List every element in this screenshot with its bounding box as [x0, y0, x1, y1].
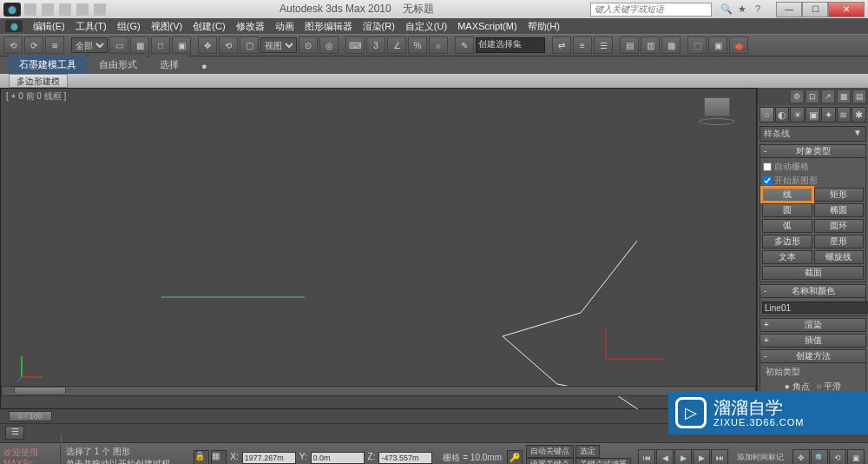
star-icon[interactable]: ★	[738, 3, 750, 16]
select-name-icon[interactable]: ▦	[130, 36, 149, 54]
nav-pan-icon[interactable]: ✥	[792, 449, 810, 465]
mini-curve-icon[interactable]: ☰	[5, 426, 24, 440]
cat-spacewarps-icon[interactable]: ≋	[837, 107, 852, 123]
minimize-button[interactable]: —	[776, 2, 802, 17]
help-search-input[interactable]	[590, 3, 712, 17]
obj-line-button[interactable]: 线	[762, 188, 812, 202]
startnewshape-checkbox[interactable]: 开始新图形	[762, 174, 864, 188]
nav-orbit-icon[interactable]: ⟲	[829, 449, 846, 465]
tab-graphite[interactable]: 石墨建模工具	[9, 56, 87, 74]
qat-new-icon[interactable]	[24, 3, 36, 16]
render-frame-icon[interactable]: ▣	[708, 36, 727, 54]
move-icon[interactable]: ✥	[198, 36, 217, 54]
subtab-polymodel[interactable]: 多边形建模	[9, 74, 68, 88]
tab-selection[interactable]: 选择	[149, 56, 189, 74]
viewport-label[interactable]: [ + 0 前 0 线框 ]	[6, 90, 66, 103]
cmd-pin-icon[interactable]: ⊡	[806, 89, 819, 103]
spinner-snap-icon[interactable]: ⟐	[429, 36, 448, 54]
prev-frame-icon[interactable]: ◀	[656, 449, 674, 465]
cat-lights-icon[interactable]: ☀	[790, 107, 805, 123]
refcoord-dropdown[interactable]: 视图	[260, 37, 297, 53]
schematic-icon[interactable]: ▥	[641, 36, 660, 54]
nav-max-icon[interactable]: ▣	[847, 449, 865, 465]
select-region-icon[interactable]: □	[151, 36, 170, 54]
rollout-objecttype[interactable]: -对象类型	[760, 144, 866, 158]
scale-icon[interactable]: ▢	[240, 36, 259, 54]
menu-help[interactable]: 帮助(H)	[528, 20, 560, 33]
menu-group[interactable]: 组(G)	[117, 20, 141, 33]
object-name-input[interactable]	[762, 302, 868, 314]
menu-create[interactable]: 创建(C)	[193, 20, 225, 33]
goto-start-icon[interactable]: ⏮	[638, 449, 655, 465]
transform-gizmo[interactable]	[604, 328, 674, 362]
menu-tools[interactable]: 工具(T)	[76, 20, 107, 33]
obj-ellipse-button[interactable]: 椭圆	[814, 203, 865, 217]
cmd-gear-icon[interactable]: ⚙	[790, 89, 804, 103]
time-slider-thumb[interactable]: 0 / 100	[9, 411, 52, 421]
pivot-icon[interactable]: ⊙	[299, 36, 318, 54]
qat-save-icon[interactable]	[59, 3, 71, 16]
selection-filter-dropdown[interactable]: 全部	[71, 37, 108, 53]
cat-geometry-icon[interactable]: ○	[760, 107, 774, 123]
qat-open-icon[interactable]	[42, 3, 54, 16]
app-menu-icon[interactable]: ⬤	[5, 20, 23, 32]
obj-helix-button[interactable]: 螺旋线	[814, 250, 865, 264]
close-button[interactable]: ✕	[828, 2, 865, 17]
play-icon[interactable]: ▶	[674, 449, 692, 465]
window-crossing-icon[interactable]: ▣	[172, 36, 191, 54]
help-icon[interactable]: ?	[755, 3, 767, 16]
keyboard-shortcut-icon[interactable]: ⌨	[345, 36, 365, 54]
named-selset-dropdown[interactable]: 创建选择集	[476, 37, 545, 53]
menu-edit[interactable]: 编辑(E)	[33, 20, 65, 33]
menu-maxscript[interactable]: MAXScript(M)	[457, 21, 516, 31]
manip-icon[interactable]: ◎	[319, 36, 339, 54]
obj-donut-button[interactable]: 圆环	[814, 219, 865, 233]
isolate-icon[interactable]: ▦	[211, 450, 227, 465]
obj-circle-button[interactable]: 圆	[762, 203, 812, 217]
obj-text-button[interactable]: 文本	[762, 250, 812, 264]
obj-star-button[interactable]: 星形	[814, 235, 865, 249]
rollout-interpolation[interactable]: +插值	[760, 334, 866, 348]
unlink-icon[interactable]: ⟳	[24, 36, 43, 54]
obj-rectangle-button[interactable]: 矩形	[814, 188, 865, 202]
render-setup-icon[interactable]: ⬚	[687, 36, 707, 54]
viewcube[interactable]	[704, 97, 730, 116]
cat-shapes-icon[interactable]: ◐	[775, 107, 790, 123]
binoculars-icon[interactable]: 🔍	[720, 3, 733, 16]
tab-freeform[interactable]: 自由形式	[89, 56, 148, 74]
cmd-grid-icon[interactable]: ▦	[837, 89, 851, 103]
cat-cameras-icon[interactable]: ▣	[806, 107, 820, 123]
obj-arc-button[interactable]: 弧	[762, 219, 812, 233]
obj-section-button[interactable]: 截面	[762, 266, 864, 280]
rotate-icon[interactable]: ⟲	[219, 36, 238, 54]
tab-extra[interactable]: ●	[191, 58, 218, 74]
autokey-button[interactable]: 自动关键点	[526, 445, 574, 458]
menu-rendering[interactable]: 渲染(R)	[363, 20, 395, 33]
coord-y-input[interactable]	[311, 452, 365, 464]
snap-icon[interactable]: 3	[366, 36, 385, 54]
align-icon[interactable]: ≡	[573, 36, 592, 54]
coord-z-input[interactable]	[378, 452, 432, 464]
goto-end-icon[interactable]: ⏭	[711, 449, 728, 465]
cat-helpers-icon[interactable]: ✦	[821, 107, 836, 123]
app-logo[interactable]: ⬤	[3, 3, 21, 17]
render-icon[interactable]: 🫖	[729, 36, 748, 54]
cmd-misc-icon[interactable]: ▤	[852, 89, 866, 103]
obj-ngon-button[interactable]: 多边形	[762, 235, 812, 249]
rollout-creationmethod[interactable]: -创建方法	[760, 349, 866, 363]
menu-modifiers[interactable]: 修改器	[236, 20, 265, 33]
setkey-button[interactable]: 设置关键点	[526, 458, 574, 465]
menu-customize[interactable]: 自定义(U)	[405, 20, 447, 33]
percent-snap-icon[interactable]: %	[408, 36, 427, 54]
viewport-scrollbar-h[interactable]	[1, 386, 756, 396]
link-icon[interactable]: ⟲	[3, 36, 23, 54]
layers-icon[interactable]: ☰	[594, 36, 613, 54]
autogrid-checkbox[interactable]: 自动栅格	[762, 160, 864, 174]
menu-animation[interactable]: 动画	[275, 20, 294, 33]
menu-views[interactable]: 视图(V)	[151, 20, 183, 33]
qat-undo-icon[interactable]	[76, 3, 89, 16]
subcategory-dropdown[interactable]: 样条线▼	[760, 126, 866, 142]
qat-redo-icon[interactable]	[94, 3, 106, 16]
viewport-front[interactable]: [ + 0 前 0 线框 ]	[0, 88, 757, 409]
keyfilter-button[interactable]: 关键点过滤器	[575, 458, 631, 465]
